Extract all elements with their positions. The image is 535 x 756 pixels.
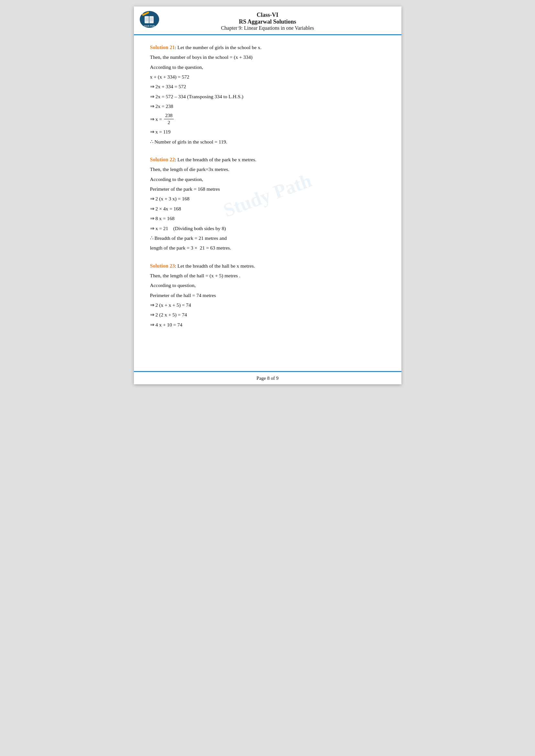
solution-23-line5: ⇒ 2 (2 x + 5) = 74	[150, 310, 385, 319]
solution-22-line7: ⇒ x = 21 (Dividing both sides by 8)	[150, 224, 385, 233]
header: Study Path Class-VI RS Aggarwal Solution…	[134, 7, 401, 35]
content: Solution 21: Let the number of girls in …	[134, 35, 401, 358]
solution-23-line0: : Let the breadth of the hall be x metre…	[175, 263, 255, 269]
header-class: Class-VI	[140, 12, 395, 18]
solution-22-title-line: Solution 22: Let the breadth of the park…	[150, 155, 385, 164]
solution-21-line6: ⇒ 2x = 238	[150, 102, 385, 111]
solution-23-line4: ⇒ 2 (x + x + 5) = 74	[150, 301, 385, 309]
solution-22: Solution 22: Let the breadth of the park…	[150, 155, 385, 252]
solution-23-title-line: Solution 23: Let the breadth of the hall…	[150, 261, 385, 270]
solution-22-line2: According to the question,	[150, 175, 385, 184]
solution-22-line6: ⇒ 8 x = 168	[150, 214, 385, 223]
header-chapter: Chapter 9: Linear Equations in one Varia…	[140, 25, 395, 31]
footer: Page 8 of 9	[134, 371, 401, 384]
solution-23-line6: ⇒ 4 x + 10 = 74	[150, 321, 385, 329]
solution-22-line0: : Let the breadth of the park be x metre…	[175, 157, 256, 162]
solution-21-line5: ⇒ 2x = 572 – 334 (Transposing 334 to L.H…	[150, 93, 385, 101]
solution-21-fraction-line: ⇒ x = 238 2	[150, 112, 385, 126]
solution-23-title: Solution 23	[150, 263, 175, 269]
solution-22-therefore1: ∴ Breadth of the park = 21 metres and	[150, 234, 385, 242]
solution-21-implies: ⇒ x =	[150, 115, 163, 123]
solution-21-title-line: Solution 21: Let the number of girls in …	[150, 43, 385, 52]
solution-21: Solution 21: Let the number of girls in …	[150, 43, 385, 146]
solution-22-line1: Then, the length of die park=3x metres.	[150, 165, 385, 174]
page: Study Path Class-VI RS Aggarwal Solution…	[134, 7, 401, 384]
solution-21-line2: According to the question,	[150, 63, 385, 71]
solution-21-therefore: ∴ Number of girls in the school = 119.	[150, 138, 385, 146]
solution-23: Solution 23: Let the breadth of the hall…	[150, 261, 385, 329]
fraction-denominator: 2	[166, 119, 171, 126]
solution-22-title: Solution 22	[150, 157, 175, 162]
solution-22-therefore2: length of the park = 3 × 21 = 63 metres.	[150, 244, 385, 252]
fraction-numerator: 238	[164, 112, 174, 119]
solution-22-line4: ⇒ 2 (x + 3 x) = 168	[150, 195, 385, 203]
header-title: RS Aggarwal Solutions	[140, 18, 395, 25]
solution-23-line2: According to question,	[150, 281, 385, 290]
solution-23-line1: Then, the length of the hall = (x + 5) m…	[150, 272, 385, 280]
solution-21-line0: : Let the number of girls in the school …	[175, 44, 261, 50]
solution-22-line5: ⇒ 2 × 4x = 168	[150, 204, 385, 213]
page-info: Page 8 of 9	[257, 376, 278, 381]
fraction-238-2: 238 2	[164, 112, 174, 126]
solution-23-line3: Perimeter of the hall = 74 metres	[150, 291, 385, 300]
logo: Study Path	[139, 9, 161, 28]
svg-text:Study Path: Study Path	[144, 25, 155, 27]
solution-21-line1: Then, the number of boys in the school =…	[150, 53, 385, 62]
solution-22-line3: Perimeter of the park = 168 metres	[150, 185, 385, 193]
solution-21-line3: x + (x + 334) = 572	[150, 73, 385, 81]
solution-21-line7: ⇒ x = 119	[150, 128, 385, 136]
solution-21-title: Solution 21	[150, 44, 175, 50]
solution-21-line4: ⇒ 2x + 334 = 572	[150, 82, 385, 91]
